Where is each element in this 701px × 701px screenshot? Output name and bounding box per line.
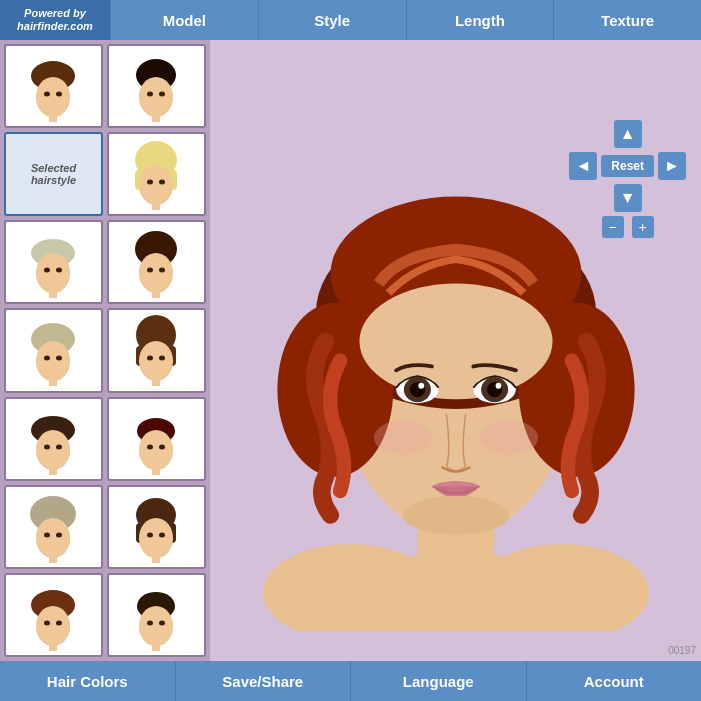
svg-point-80 [139, 606, 173, 646]
svg-rect-51 [49, 467, 57, 475]
svg-point-4 [56, 92, 62, 97]
top-nav: Powered byhairfinder.com Model Style Len… [0, 0, 701, 40]
svg-point-50 [56, 444, 62, 449]
svg-point-44 [159, 356, 165, 361]
tab-model[interactable]: Model [110, 0, 258, 40]
main-area: Selected hairstyle ▲ ◄ Reset ► ▼ − + [0, 40, 701, 661]
hair-thumb-8[interactable] [107, 308, 206, 392]
svg-point-60 [36, 518, 70, 558]
language-button[interactable]: Language [351, 661, 527, 701]
preview-area: ▲ ◄ Reset ► ▼ − + [210, 40, 701, 661]
svg-point-93 [359, 283, 552, 399]
svg-point-102 [373, 420, 431, 455]
bottom-toolbar: Hair Colors Save/Share Language Account [0, 661, 701, 701]
svg-rect-19 [152, 202, 160, 210]
svg-point-82 [159, 620, 165, 625]
svg-point-24 [56, 268, 62, 273]
svg-point-55 [147, 444, 153, 449]
svg-rect-63 [49, 555, 57, 563]
tab-length[interactable]: Length [406, 0, 554, 40]
svg-point-9 [147, 92, 153, 97]
hair-thumb-10[interactable] [107, 397, 206, 481]
account-button[interactable]: Account [527, 661, 702, 701]
svg-point-10 [159, 92, 165, 97]
tab-texture[interactable]: Texture [553, 0, 701, 40]
hair-thumb-5[interactable] [4, 220, 103, 304]
svg-point-81 [147, 620, 153, 625]
svg-rect-25 [49, 290, 57, 298]
svg-point-48 [36, 430, 70, 470]
svg-point-76 [56, 620, 62, 625]
svg-point-49 [44, 444, 50, 449]
hair-thumb-1[interactable] [4, 44, 103, 128]
svg-point-16 [139, 165, 173, 205]
svg-rect-5 [49, 114, 57, 122]
hair-thumb-13[interactable] [4, 573, 103, 657]
svg-rect-37 [49, 378, 57, 386]
hair-thumb-12[interactable] [107, 485, 206, 569]
svg-point-104 [402, 495, 508, 534]
svg-point-2 [36, 77, 70, 117]
hair-thumb-6[interactable] [107, 220, 206, 304]
svg-rect-11 [152, 114, 160, 122]
svg-rect-83 [152, 643, 160, 651]
hair-thumb-14[interactable] [107, 573, 206, 657]
selected-hairstyle-label: Selected hairstyle [6, 158, 101, 190]
svg-point-62 [56, 532, 62, 537]
svg-point-3 [44, 92, 50, 97]
svg-rect-77 [49, 643, 57, 651]
svg-point-70 [159, 532, 165, 537]
svg-point-54 [139, 430, 173, 470]
svg-rect-57 [152, 467, 160, 475]
svg-point-30 [159, 268, 165, 273]
svg-point-29 [147, 268, 153, 273]
svg-point-28 [139, 253, 173, 293]
svg-rect-71 [152, 555, 160, 563]
svg-point-35 [44, 356, 50, 361]
logo: Powered byhairfinder.com [0, 0, 110, 40]
tab-style[interactable]: Style [258, 0, 406, 40]
svg-point-97 [418, 382, 424, 388]
svg-point-42 [139, 341, 173, 381]
hair-thumb-4[interactable] [107, 132, 206, 216]
hair-thumb-2[interactable] [107, 44, 206, 128]
svg-point-74 [36, 606, 70, 646]
svg-point-75 [44, 620, 50, 625]
svg-point-101 [495, 382, 501, 388]
hair-thumb-7[interactable] [4, 308, 103, 392]
logo-text: Powered byhairfinder.com [17, 7, 93, 33]
svg-point-17 [147, 180, 153, 185]
hair-colors-button[interactable]: Hair Colors [0, 661, 176, 701]
svg-point-34 [36, 341, 70, 381]
save-share-button[interactable]: Save/Share [176, 661, 352, 701]
svg-point-61 [44, 532, 50, 537]
svg-point-8 [139, 77, 173, 117]
sidebar: Selected hairstyle [0, 40, 210, 661]
hair-thumb-9[interactable] [4, 397, 103, 481]
svg-point-36 [56, 356, 62, 361]
svg-point-69 [147, 532, 153, 537]
svg-point-103 [480, 420, 538, 455]
svg-point-18 [159, 180, 165, 185]
svg-point-43 [147, 356, 153, 361]
watermark: 00197 [668, 645, 696, 656]
svg-point-68 [139, 518, 173, 558]
svg-point-22 [36, 253, 70, 293]
hair-thumb-11[interactable] [4, 485, 103, 569]
svg-point-56 [159, 444, 165, 449]
hair-thumb-3[interactable]: Selected hairstyle [4, 132, 103, 216]
model-svg [246, 71, 666, 631]
model-preview [246, 71, 666, 631]
svg-rect-31 [152, 290, 160, 298]
svg-point-23 [44, 268, 50, 273]
svg-rect-45 [152, 378, 160, 386]
